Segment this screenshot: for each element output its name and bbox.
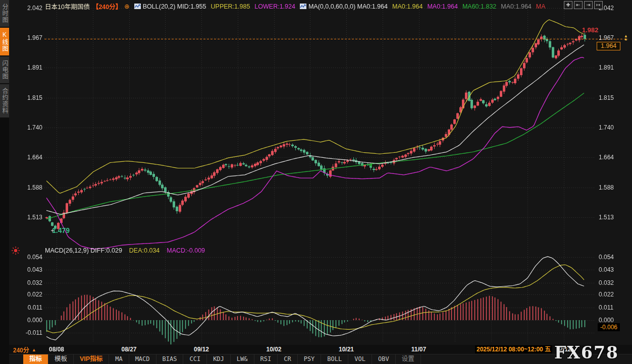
instrument-title: 日本10年期国债 <box>45 2 90 11</box>
y-axis-tick: 1.815 <box>12 94 42 101</box>
y-axis-tick: -0.011 <box>12 329 42 336</box>
toolbar-item-templates[interactable]: 模板 <box>48 354 74 364</box>
boll-values-label: BOLL(20,2) MID:1.955 <box>143 3 206 10</box>
chart-canvas[interactable] <box>0 0 632 364</box>
y-axis-tick: 1.588 <box>12 184 42 191</box>
y-axis-tick: 0.022 <box>12 291 42 298</box>
period-badge[interactable]: 【240分】 <box>92 2 122 11</box>
boll-indicator-icon[interactable] <box>134 4 141 9</box>
y-axis-tick: 0.032 <box>599 279 630 286</box>
ma0-gray-label: MA0:1.964 <box>501 3 531 10</box>
ma0-magenta-label: MA0:1.964 <box>427 3 457 10</box>
y-axis-tick: 0.043 <box>12 266 42 273</box>
toolbar-item-kdj[interactable]: KDJ <box>207 354 231 364</box>
x-axis-date: 08/27 <box>121 346 136 353</box>
boll-lower-label: LOWER:1.924 <box>254 3 295 10</box>
toolbar-item-psy[interactable]: PSY <box>298 354 322 364</box>
toolbar-item-obv[interactable]: OBV <box>372 354 396 364</box>
y-axis-tick: 0.043 <box>599 266 630 273</box>
y-axis-tick: 0.000 <box>599 317 630 324</box>
y-axis-tick: 1.513 <box>12 214 42 221</box>
toolbar-item-macd[interactable]: MACD <box>129 354 156 364</box>
left-sidebar: 分时图K线图闪电图合约资料 <box>0 0 9 364</box>
y-axis-tick: 1.815 <box>599 94 630 101</box>
period-dropdown-arrow-icon: ▲ <box>32 347 36 352</box>
add-indicator-icon[interactable]: ⊕ <box>124 3 129 10</box>
bar-time-tooltip: 2025/12/12 08:00~12:00 五 <box>475 345 552 353</box>
boll-upper-label: UPPER:1.985 <box>211 3 250 10</box>
toolbar-item-cci[interactable]: CCI <box>183 354 207 364</box>
sidebar-tab-time-chart[interactable]: 分时图 <box>0 0 9 27</box>
y-axis-tick: 0.032 <box>12 279 42 286</box>
ma0-yellow-label: MA0:1.964 <box>392 3 423 10</box>
macd-diff-label: MACD(26,12,9) DIFF:0.029 <box>45 247 122 254</box>
toolbar-item-cr[interactable]: CR <box>278 354 297 364</box>
y-axis-tick: 0.011 <box>599 304 630 311</box>
toolbar-item-ma[interactable]: MA <box>109 354 129 364</box>
sidebar-tab-lightning-chart[interactable]: 闪电图 <box>0 56 9 83</box>
y-axis-tick: 2.042 <box>12 5 42 12</box>
jump-to-latest-icon[interactable]: ↦ <box>594 1 603 9</box>
y-axis-tick: 1.740 <box>12 124 42 131</box>
macd-header: MACD(26,12,9) DIFF:0.029 DEA:0.034 MACD:… <box>45 247 205 254</box>
period-low-label: 1.479 <box>52 226 70 234</box>
scroll-to-latest-icon[interactable]: ▲▲ <box>624 35 628 41</box>
period-selector-label: 240分 <box>13 345 29 354</box>
sidebar-tab-contract-info[interactable]: 合约资料 <box>0 84 9 117</box>
y-axis-tick: 1.967 <box>12 34 42 41</box>
crosshair-move-icon[interactable]: ✚ <box>564 1 572 9</box>
sidebar-tab-kline-chart[interactable]: K线图 <box>0 28 9 55</box>
y-axis-tick: 1.891 <box>12 64 42 71</box>
y-axis-tick: 1.513 <box>599 214 630 221</box>
y-axis-tick: 0.011 <box>12 304 42 311</box>
x-axis-date: 11/07 <box>411 346 426 353</box>
ma-indicator-icon[interactable] <box>300 4 306 9</box>
ma60-green-label: MA60:1.832 <box>462 3 496 10</box>
fx678-watermark: FX678 <box>554 343 619 362</box>
indicator-toolbar: 指标模板VIP指标MAMACDBIASCCIKDJLW&RSICRPSYBOLL… <box>9 354 632 364</box>
y-axis-tick: 1.664 <box>599 154 630 161</box>
toolbar-item-lwr[interactable]: LW& <box>231 354 254 364</box>
toolbar-item-vip-indicators[interactable]: VIP指标 <box>74 354 109 364</box>
ma-values-label: MA(0,0,0,60,0,0) MA0:1.964 <box>308 3 388 10</box>
trading-app-window: 分时图K线图闪电图合约资料 日本10年期国债 【240分】 ⊕ BOLL(20,… <box>0 0 632 364</box>
y-axis-tick: 0.054 <box>599 254 630 261</box>
toolbar-item-indicators[interactable]: 指标 <box>23 354 48 364</box>
toolbar-item-rsi[interactable]: RSI <box>254 354 278 364</box>
toolbar-item-vol[interactable]: VOL <box>348 354 372 364</box>
chart-header: 日本10年期国债 【240分】 ⊕ BOLL(20,2) MID:1.955 U… <box>45 2 546 11</box>
toolbar-item-bias[interactable]: BIAS <box>156 354 184 364</box>
last-macd-hist-tag: -0.006 <box>598 323 620 331</box>
last-price-tag: 1.964 <box>597 42 620 50</box>
y-axis-tick: 1.740 <box>599 124 630 131</box>
toolbar-item-boll[interactable]: BOLL <box>321 354 348 364</box>
ma-red-label: MA <box>536 3 546 10</box>
y-axis-tick: 1.588 <box>599 184 630 191</box>
y-axis-tick: 0.054 <box>12 254 42 261</box>
y-axis-tick: 0.022 <box>599 291 630 298</box>
x-axis-date: 10/02 <box>266 346 281 353</box>
macd-value-label: MACD:-0.009 <box>167 247 205 254</box>
macd-dea-label: DEA:0.034 <box>129 247 160 254</box>
period-selector[interactable]: 240分 ▲ <box>13 345 36 354</box>
y-axis-tick: 2.042 <box>599 5 630 12</box>
toolbar-item-settings[interactable]: 设置 <box>396 354 421 364</box>
pan-right-icon[interactable]: ⇥ <box>584 1 593 9</box>
x-axis-date: 08/08 <box>49 346 64 353</box>
y-axis-tick: 1.891 <box>599 64 630 71</box>
y-axis-tick: 0.000 <box>12 317 42 324</box>
header-toolbar-icons: ✚⇤⇥↦ <box>564 1 603 9</box>
period-high-label: 1.982 <box>582 26 599 34</box>
x-axis-date: 10/21 <box>339 346 354 353</box>
pan-left-icon[interactable]: ⇤ <box>574 1 583 9</box>
x-axis-date: 09/12 <box>194 346 209 353</box>
y-axis-tick: 1.664 <box>12 154 42 161</box>
